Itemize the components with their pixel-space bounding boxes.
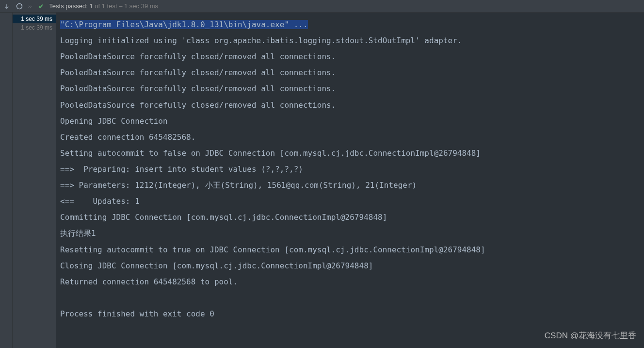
test-duration: 1 sec 39 ms <box>21 16 52 22</box>
console-line: Created connection 645482568. <box>60 133 195 142</box>
console-line: Logging initialized using 'class org.apa… <box>60 36 462 45</box>
test-duration: 1 sec 39 ms <box>21 24 52 31</box>
console-line: ==> Parameters: 1212(Integer), 小王(String… <box>60 181 417 190</box>
console-output[interactable]: "C:\Program Files\Java\jdk1.8.0_131\bin\… <box>56 13 644 348</box>
scroll-down-icon[interactable] <box>3 2 11 10</box>
separator-icon: ›› <box>28 3 32 9</box>
main-area: 1 sec 39 ms 1 sec 39 ms "C:\Program File… <box>0 13 644 348</box>
console-line: PooledDataSource forcefully closed/remov… <box>60 100 336 110</box>
console-line: Process finished with exit code 0 <box>60 309 214 318</box>
check-icon: ✔ <box>38 2 44 10</box>
console-line: Committing JDBC Connection [com.mysql.cj… <box>60 213 387 222</box>
watermark-text: CSDN @花海没有七里香 <box>545 327 636 344</box>
console-line: Setting autocommit to false on JDBC Conn… <box>60 149 481 158</box>
test-tree[interactable]: 1 sec 39 ms 1 sec 39 ms <box>13 13 56 348</box>
test-toolbar: ›› ✔ Tests passed: 1 of 1 test – 1 sec 3… <box>0 0 644 13</box>
svg-point-0 <box>17 3 22 9</box>
console-line: PooledDataSource forcefully closed/remov… <box>60 68 336 77</box>
left-gutter <box>0 13 13 348</box>
test-tree-item[interactable]: 1 sec 39 ms <box>13 23 56 32</box>
test-status-text: Tests passed: 1 of 1 test – 1 sec 39 ms <box>49 2 158 10</box>
console-line: <== Updates: 1 <box>60 197 140 206</box>
console-line: ==> Preparing: insert into student value… <box>60 165 303 174</box>
console-line: Returned connection 645482568 to pool. <box>60 277 238 286</box>
console-line: PooledDataSource forcefully closed/remov… <box>60 52 336 61</box>
console-line: Resetting autocommit to true on JDBC Con… <box>60 245 485 254</box>
command-line: "C:\Program Files\Java\jdk1.8.0_131\bin\… <box>60 20 308 29</box>
console-line: PooledDataSource forcefully closed/remov… <box>60 84 336 93</box>
rerun-tests-icon[interactable] <box>16 2 23 10</box>
console-line: Closing JDBC Connection [com.mysql.cj.jd… <box>60 261 373 270</box>
console-line: 执行结果1 <box>60 229 96 238</box>
console-line: Opening JDBC Connection <box>60 116 168 126</box>
test-tree-item[interactable]: 1 sec 39 ms <box>13 15 56 23</box>
